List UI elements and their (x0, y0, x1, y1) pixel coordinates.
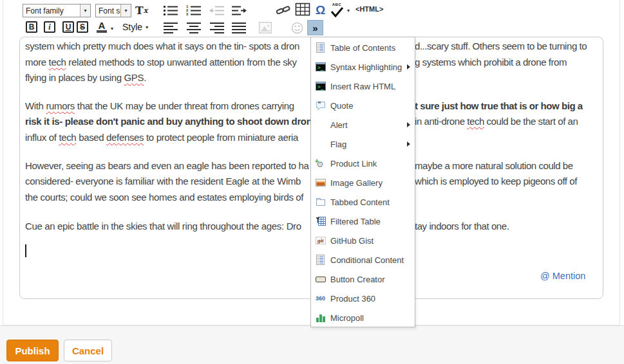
submenu-arrow-icon (407, 141, 410, 147)
justify-button[interactable] (231, 21, 247, 37)
menu-item-table-of-contents[interactable]: Table of Contents (311, 38, 415, 57)
menu-item-quote[interactable]: ” Quote (311, 96, 415, 115)
bullet-list-button[interactable] (162, 4, 179, 19)
menu-item-github-gist[interactable]: git GitHub Gist (311, 231, 415, 250)
indent-icon (231, 4, 247, 19)
smiley-icon (291, 22, 303, 37)
special-character-button[interactable]: Ω (316, 3, 325, 17)
more-plugins-button[interactable]: » (307, 20, 323, 35)
image-button (259, 22, 272, 36)
align-left-icon (162, 21, 179, 37)
terminal-icon: >_ (315, 81, 326, 92)
filter-table-icon (315, 216, 326, 227)
text-color-dropdown-arrow[interactable]: ▾ (111, 26, 113, 32)
chevron-down-icon: ▾ (347, 8, 350, 14)
text-color-button[interactable]: A (97, 21, 107, 33)
menu-item-image-gallery[interactable]: Image Gallery (311, 173, 415, 192)
double-chevron-icon: » (312, 23, 317, 33)
toc-document-icon (315, 255, 326, 266)
align-center-button[interactable] (185, 21, 202, 37)
blank-icon (315, 139, 326, 150)
photo-icon (315, 177, 326, 188)
menu-item-tabbed-content[interactable]: Tabbed Content (311, 192, 415, 212)
justify-icon (231, 21, 247, 37)
chevron-down-icon: ▾ (80, 5, 90, 17)
source-html-button[interactable]: <HTML> (355, 5, 383, 13)
strikethrough-button[interactable]: S (77, 21, 88, 33)
menu-item-micropoll[interactable]: Micropoll (311, 308, 415, 327)
omega-icon: Ω (316, 3, 325, 17)
menu-item-conditional-content[interactable]: Conditional Content (311, 250, 415, 269)
align-right-button[interactable] (209, 21, 225, 37)
bullet-list-icon (162, 4, 179, 19)
plugins-dropdown-menu: Table of Contents >_ Syntax Highlighting… (310, 37, 415, 327)
menu-item-filtered-table[interactable]: Filtered Table (311, 212, 415, 231)
menu-item-alert[interactable]: Alert (311, 115, 415, 134)
font-size-select[interactable]: Font si ▾ (95, 4, 131, 17)
decrease-indent-button[interactable] (209, 4, 225, 19)
link-icon (276, 5, 291, 19)
bold-button[interactable]: B (26, 21, 37, 33)
git-icon: git (315, 235, 326, 246)
quote-bubble-icon: ” (315, 100, 326, 111)
svg-text:”: ” (317, 101, 321, 108)
mention-link[interactable]: @ Mention (540, 271, 585, 281)
blank-icon (315, 120, 326, 131)
gear-plus-icon: ⚙+ (315, 158, 326, 169)
remove-format-button[interactable]: Tx (135, 4, 147, 17)
button-rect-icon (315, 274, 326, 285)
smiley-button (291, 22, 303, 37)
360-icon: 360 (315, 293, 326, 304)
svg-text:3: 3 (186, 12, 189, 16)
page: Font family ▾ Font si ▾ Tx 123 Ω (0, 0, 624, 364)
numbered-list-button[interactable]: 123 (185, 4, 202, 19)
menu-item-product-360[interactable]: 360 Product 360 (311, 289, 415, 308)
style-dropdown[interactable]: Style ▾ (122, 22, 148, 32)
svg-text:>_: >_ (317, 84, 324, 90)
underline-button[interactable]: U (62, 21, 74, 33)
table-button[interactable] (295, 3, 310, 19)
menu-item-syntax-highlighting[interactable]: >_ Syntax Highlighting (311, 57, 415, 77)
terminal-icon: >_ (315, 62, 326, 73)
numbered-list-icon: 123 (185, 4, 202, 19)
menu-item-button-creator[interactable]: Button Creator (311, 269, 415, 289)
cancel-button[interactable]: Cancel (64, 340, 112, 361)
svg-text:>_: >_ (317, 65, 324, 71)
italic-button[interactable]: i (44, 21, 55, 33)
increase-indent-button[interactable] (231, 4, 247, 19)
publish-button[interactable]: Publish (6, 340, 59, 361)
color-swatch (97, 30, 107, 33)
image-icon (259, 22, 272, 36)
align-left-button[interactable] (162, 21, 179, 37)
spellcheck-dropdown-arrow[interactable]: ▾ (347, 8, 350, 14)
bar-chart-icon (315, 313, 326, 323)
link-button[interactable] (276, 5, 291, 19)
menu-item-flag[interactable]: Flag (311, 134, 415, 154)
action-bar: Publish Cancel (0, 325, 624, 364)
checkmark-icon (330, 6, 344, 20)
tab-folder-icon (315, 197, 326, 208)
menu-item-insert-raw-html[interactable]: >_ Insert Raw HTML (311, 77, 415, 96)
chevron-down-icon: ▾ (111, 26, 113, 32)
chevron-down-icon: ▾ (120, 5, 131, 17)
table-icon (295, 3, 310, 19)
svg-text:+: + (315, 158, 319, 165)
align-right-icon (209, 21, 225, 37)
editor-toolbar: Font family ▾ Font si ▾ Tx 123 Ω (0, 0, 624, 37)
align-center-icon (185, 21, 202, 37)
spellcheck-button[interactable]: ABC (330, 3, 344, 20)
text-cursor (25, 244, 26, 257)
toc-document-icon (315, 42, 326, 53)
submenu-arrow-icon (407, 122, 410, 127)
svg-text:git: git (317, 237, 324, 244)
outdent-icon (209, 4, 225, 19)
font-family-select[interactable]: Font family ▾ (23, 4, 91, 17)
menu-item-product-link[interactable]: ⚙+ Product Link (311, 154, 415, 173)
chevron-down-icon: ▾ (146, 24, 148, 30)
submenu-arrow-icon (407, 64, 410, 69)
